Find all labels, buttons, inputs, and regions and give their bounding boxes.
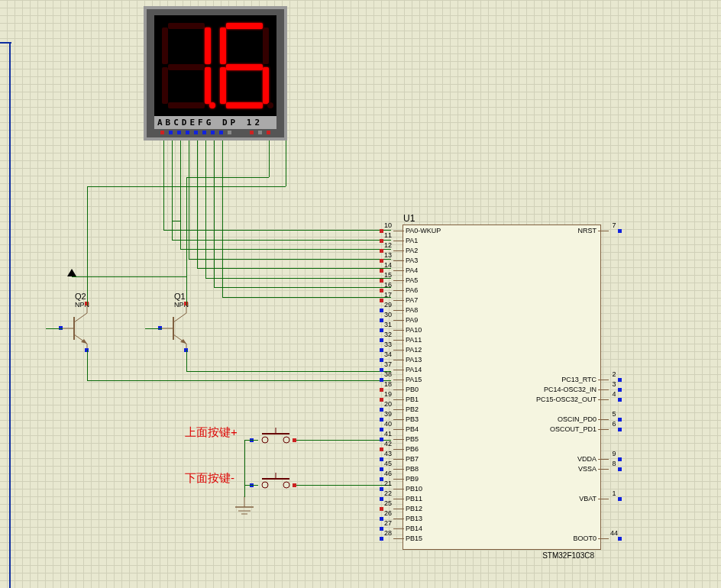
svg-point-19 xyxy=(283,482,289,488)
push-button-plus[interactable] xyxy=(256,428,302,449)
pin-OSCOUT_PD1: 6 OSCOUT_PD1 xyxy=(550,425,619,433)
chip-part-number: STM32F103C8 xyxy=(542,551,594,560)
svg-line-9 xyxy=(173,313,186,322)
push-button-minus[interactable] xyxy=(256,473,302,494)
button-icon xyxy=(256,428,302,446)
svg-point-15 xyxy=(283,437,289,443)
transistor-q1[interactable]: Q1 NPN xyxy=(162,305,200,354)
q2-ref: Q2 xyxy=(75,292,86,301)
q1-ref: Q1 xyxy=(174,292,186,301)
pin-VSSA: 8 VSSA xyxy=(578,465,619,473)
annotation-minus: 下面按键- xyxy=(185,471,234,486)
button-icon xyxy=(256,473,302,491)
pin-PC15-OSC32_OUT: 4 PC15-OSC32_OUT xyxy=(536,396,619,403)
page-border xyxy=(9,42,11,588)
npn-symbol-icon xyxy=(162,305,200,351)
svg-line-2 xyxy=(74,313,87,322)
transistor-q2[interactable]: Q2 NPN xyxy=(63,305,101,354)
power-arrow-icon xyxy=(67,269,76,276)
seven-segment-display[interactable]: ABCDEFG DP 12 xyxy=(144,6,287,141)
pin-BOOT0: 44 BOOT0 xyxy=(573,535,619,542)
segment-pin-labels: ABCDEFG DP 12 xyxy=(154,116,276,129)
digit-2 xyxy=(217,20,272,111)
ground-symbol-icon xyxy=(233,496,256,519)
npn-symbol-icon xyxy=(63,305,101,351)
pin-NRST: 7 NRST xyxy=(578,227,620,234)
svg-point-14 xyxy=(262,437,268,443)
annotation-plus: 上面按键+ xyxy=(185,425,238,440)
pin-PB15: 28 PB15 xyxy=(383,535,422,542)
svg-point-18 xyxy=(262,482,268,488)
pin-VBAT: 1 VBAT xyxy=(579,495,619,502)
chip-ref: U1 xyxy=(403,213,415,224)
digit-1 xyxy=(159,20,214,111)
